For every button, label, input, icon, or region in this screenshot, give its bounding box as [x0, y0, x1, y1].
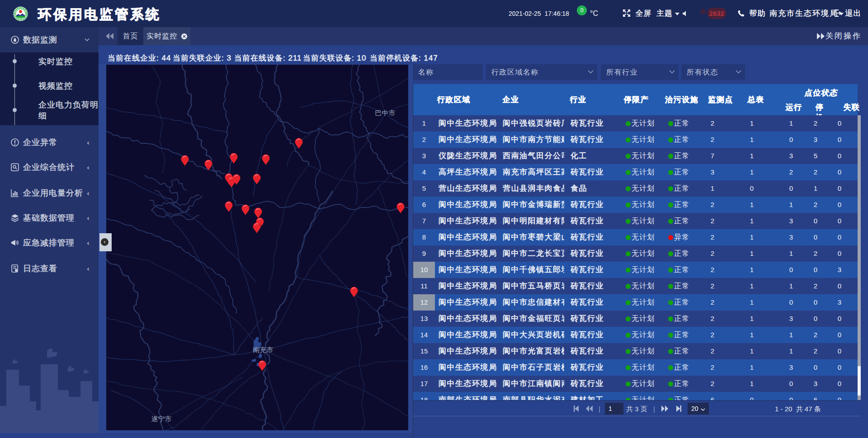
svg-text:遂宁市: 遂宁市 [151, 415, 172, 423]
svg-text:南充市: 南充市 [253, 346, 274, 353]
svg-text:巴中市: 巴中市 [375, 109, 396, 117]
